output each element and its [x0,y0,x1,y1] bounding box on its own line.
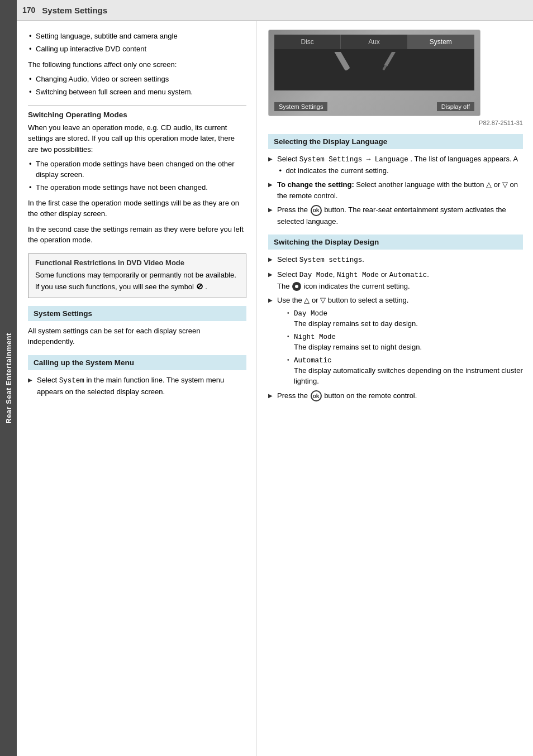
screen-bullet-list: Changing Audio, Video or screen settings… [28,74,246,98]
step-item: Select System Settings → Language . The … [268,154,523,176]
ok-button-icon-2: ok [311,390,322,401]
left-column: Setting language, subtitle and camera an… [17,21,257,756]
bullet-item: The operation mode settings have not bee… [28,183,246,193]
step-item: Press the ok button on the remote contro… [268,390,523,402]
tab-disc: Disc [274,35,341,49]
bullet-item: Switching between full screen and menu s… [28,87,246,98]
device-image: Disc Aux System [268,30,480,116]
step-item: Select System in the main function line.… [28,375,246,397]
tab-aux: Aux [341,35,407,49]
no-symbol: ⊘ [196,281,203,291]
device-bottom-bar: System Settings Display off [274,101,474,112]
selecting-display-lang-steps: Select System Settings → Language . The … [268,154,523,227]
device-image-container: Disc Aux System [268,30,523,126]
page-header: 170 System Settings [17,0,533,21]
switching-display-design-title: Switching the Display Design [274,238,516,246]
calling-up-title: Calling up the System Menu [34,358,240,367]
system-settings-box-title: System Settings [34,309,240,318]
switching-para1: When you leave an operation mode, e.g. C… [28,122,246,155]
switching-para3: In the second case the settings remain a… [28,224,246,246]
design-sub-bullets: Day Mode The display remains set to day … [286,308,523,387]
switching-heading: Switching Operating Modes [28,106,246,119]
switching-display-design-steps: Select System settings. Select Day Mode,… [268,254,523,401]
system-settings-text: All system settings can be set for each … [28,326,246,347]
page-title: System Settings [42,6,107,15]
switching-bullets: The operation mode settings have been ch… [28,159,246,193]
selecting-display-lang-box: Selecting the Display Language [268,134,523,149]
ok-button-icon: ok [311,205,322,216]
right-column: Disc Aux System [257,21,533,756]
switching-para2: In the first case the operation mode set… [28,198,246,219]
tools-svg [324,52,425,88]
selecting-display-lang-title: Selecting the Display Language [274,137,516,146]
svg-rect-0 [330,52,350,71]
svg-rect-5 [384,52,401,67]
step-item: To change the setting: Select another la… [268,179,523,201]
sub-bullet-item: Night Mode The display remains set to ni… [286,332,523,353]
intro-bullet-list: Setting language, subtitle and camera an… [28,31,246,55]
functional-restrictions-box: Functional Restrictions in DVD Video Mod… [28,253,246,298]
functional-box-text: Some functions may temporarily or perman… [35,270,239,293]
bullet-item: Calling up interactive DVD content [28,44,246,55]
page-number: 170 [22,6,35,15]
device-bottom-right: Display off [437,102,474,111]
side-tab-label: Rear Seat Entertainment [4,333,13,424]
sub-bullet-item: Automatic The display automatically swit… [286,355,523,387]
side-tab: Rear Seat Entertainment [0,0,17,756]
sub-bullet-item: Day Mode The display remains set to day … [286,308,523,329]
device-bottom-left: System Settings [274,102,327,111]
main-content: Setting language, subtitle and camera an… [17,21,533,756]
bullet-item: The operation mode settings have been ch… [28,159,246,180]
step-item: Select System settings. [268,254,523,266]
svg-rect-7 [382,64,387,70]
switching-display-design-box: Switching the Display Design [268,235,523,250]
device-screen: Disc Aux System [274,35,474,90]
calling-up-steps: Select System in the main function line.… [28,375,246,397]
functional-box-title: Functional Restrictions in DVD Video Mod… [35,259,239,267]
step-item: Press the ok button. The rear-seat enter… [268,204,523,227]
bullet-item: Changing Audio, Video or screen settings [28,74,246,85]
calling-up-box: Calling up the System Menu [28,355,246,370]
image-caption: P82.87-2511-31 [268,119,523,126]
tab-system: System [408,35,474,49]
device-body [274,49,474,90]
intro-para: The following functions affect only one … [28,59,246,70]
bullet-item: Setting language, subtitle and camera an… [28,31,246,42]
step-item: Use the △ or ▽ button to select a settin… [268,295,523,386]
circle-setting-icon [292,282,301,291]
device-tabs: Disc Aux System [274,35,474,49]
step-item: Select Day Mode, Night Mode or Automatic… [268,269,523,291]
system-settings-box: System Settings [28,306,246,321]
